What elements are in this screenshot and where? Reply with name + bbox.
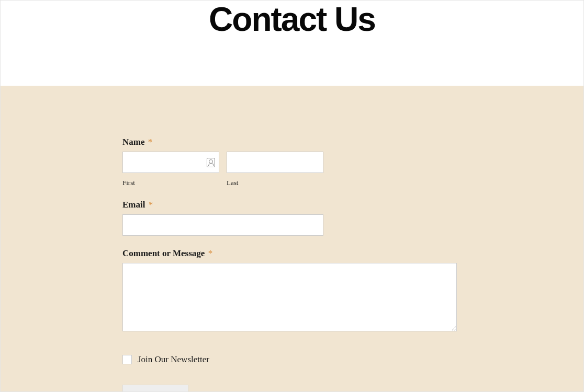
first-name-sublabel: First xyxy=(122,179,219,187)
submit-button[interactable]: Submit xyxy=(122,385,188,392)
name-label-text: Name xyxy=(122,137,144,147)
last-name-input[interactable] xyxy=(227,152,323,173)
newsletter-label: Join Our Newsletter xyxy=(138,354,209,365)
name-row: First Last xyxy=(122,152,583,187)
email-label-text: Email xyxy=(122,200,145,210)
comment-label: Comment or Message * xyxy=(122,248,212,259)
newsletter-checkbox[interactable] xyxy=(122,355,132,364)
first-name-input[interactable] xyxy=(122,152,219,173)
name-field-group: Name * First Last xyxy=(122,137,583,187)
first-name-wrapper xyxy=(122,152,219,173)
name-required-asterisk: * xyxy=(148,137,153,147)
email-required-asterisk: * xyxy=(149,200,153,210)
first-name-column: First xyxy=(122,152,219,187)
name-label: Name * xyxy=(122,137,152,147)
newsletter-row: Join Our Newsletter xyxy=(122,354,583,365)
comment-required-asterisk: * xyxy=(208,248,213,258)
comment-label-text: Comment or Message xyxy=(122,248,205,258)
email-input[interactable] xyxy=(122,214,323,236)
contact-form: Name * First Last Email * xyxy=(1,86,583,392)
last-name-sublabel: Last xyxy=(227,179,323,187)
comment-field-group: Comment or Message * xyxy=(122,248,583,333)
header-section: Contact Us xyxy=(1,1,583,86)
comment-textarea[interactable] xyxy=(122,263,457,331)
last-name-column: Last xyxy=(227,152,323,187)
contact-card-icon xyxy=(207,158,215,167)
page-title: Contact Us xyxy=(209,3,375,36)
email-field-group: Email * xyxy=(122,200,583,236)
email-label: Email * xyxy=(122,200,153,210)
